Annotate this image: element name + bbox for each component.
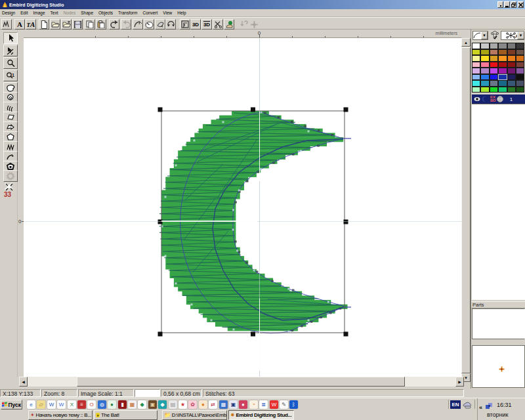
svg-text:1: 1 [12, 73, 14, 77]
svg-text:4: 4 [161, 24, 163, 28]
